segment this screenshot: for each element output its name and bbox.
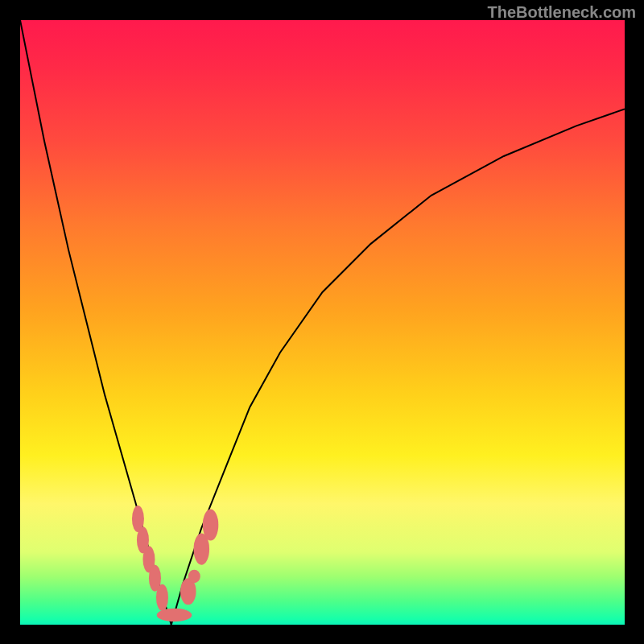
plot-area [20,20,625,625]
data-marker [188,570,200,584]
watermark-text: TheBottleneck.com [488,3,636,22]
curves-svg [20,20,625,625]
marker-group [132,506,218,621]
curve-left [20,20,171,625]
data-marker [203,510,219,541]
data-marker [157,609,192,622]
data-marker [156,584,168,611]
curve-right [171,109,625,625]
